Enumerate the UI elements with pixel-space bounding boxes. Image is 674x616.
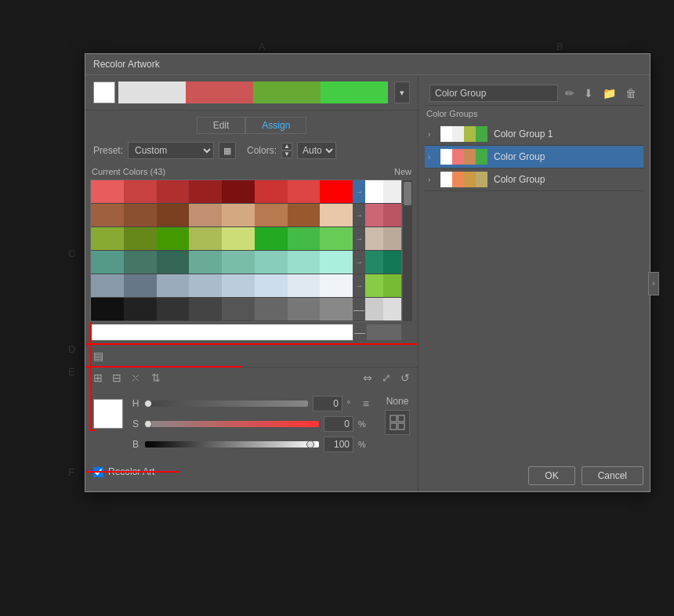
cg-item-3[interactable]: › Color Group (425, 168, 643, 191)
cg-header: ✏ ⬇ 📁 🗑 (425, 82, 643, 106)
none-label: None (386, 396, 409, 407)
spin-up[interactable]: ▲ (281, 143, 292, 150)
spin-down[interactable]: ▼ (281, 150, 292, 158)
color-seg (320, 274, 353, 297)
b-input[interactable] (324, 437, 353, 452)
color-seg (288, 204, 321, 226)
color-seg (91, 298, 124, 321)
color-row-left (91, 251, 353, 274)
hsb-menu-btn[interactable]: ≡ (363, 397, 369, 410)
color-row-left (91, 298, 353, 321)
cg-swatch (464, 149, 476, 165)
colors-list-wrapper: → (90, 179, 413, 322)
toolbar-e: E ⊞ ⊟ ⛌ ⇅ ⇔ ⤢ ↺ (85, 367, 418, 388)
h-input[interactable] (313, 396, 342, 411)
new-color-seg (365, 227, 383, 250)
cancel-button[interactable]: Cancel (582, 466, 643, 485)
tab-edit[interactable]: Edit (197, 117, 246, 134)
hsb-h-row: H ° ≡ (131, 396, 369, 411)
tab-assign[interactable]: Assign (245, 117, 306, 134)
hsb-controls: H ° ≡ S (131, 396, 369, 452)
red-line-d (85, 343, 418, 345)
color-seg (157, 204, 190, 226)
columns-btn[interactable]: ⊞ (90, 370, 106, 386)
arrow-icon: → (353, 258, 365, 266)
sort-btn[interactable]: ⇅ (148, 370, 164, 386)
hsb-swatch[interactable] (93, 399, 123, 429)
color-row-right (365, 298, 401, 321)
dialog-body: C ▾ Edit Assign (85, 75, 650, 491)
color-seg (288, 180, 321, 203)
new-color-seg (383, 251, 401, 274)
b-slider[interactable] (145, 441, 319, 448)
color-seg (91, 227, 124, 250)
preset-select[interactable]: Custom (128, 142, 214, 159)
color-seg (189, 180, 222, 203)
color-bar-dropdown[interactable]: ▾ (394, 82, 410, 103)
preset-icon-btn[interactable]: ▦ (219, 142, 236, 159)
svg-rect-1 (398, 415, 404, 422)
scrollbar[interactable] (402, 179, 413, 322)
none-grid-icon[interactable] (385, 410, 410, 435)
color-row[interactable]: → (91, 274, 401, 298)
ok-button[interactable]: OK (528, 466, 574, 485)
colors-section: Current Colors (43) New (85, 164, 418, 344)
colors-dropdown[interactable]: Auto (297, 142, 336, 159)
s-slider[interactable] (145, 421, 319, 427)
color-row[interactable]: — (91, 298, 401, 321)
color-seg (320, 227, 353, 250)
color-seg (124, 227, 157, 250)
top-color-bar: ▾ (85, 75, 418, 111)
h-label: H (131, 398, 140, 409)
toolbar-left-e: ⊞ ⊟ ⛌ ⇅ (90, 370, 164, 386)
color-seg (124, 180, 157, 203)
reset-btn[interactable]: ↺ (397, 370, 413, 386)
h-slider[interactable] (145, 400, 308, 407)
recolor-row: F Recolor Art (85, 460, 418, 484)
new-color-seg (383, 227, 401, 250)
color-seg (91, 180, 124, 203)
annotation-d: D (68, 343, 75, 355)
color-seg (320, 180, 353, 203)
cg-item-2[interactable]: › Color Group (425, 146, 643, 168)
table-icon-btn[interactable]: ▤ (90, 348, 107, 364)
save-icon-btn[interactable]: ⬇ (582, 85, 596, 101)
color-seg (157, 274, 190, 297)
collapse-btn[interactable]: ⤢ (379, 370, 394, 386)
s-unit: % (358, 419, 369, 429)
no-merge-btn[interactable]: ⛌ (128, 370, 145, 386)
folder-icon-btn[interactable]: 📁 (600, 85, 618, 101)
color-seg (157, 180, 190, 203)
colors-list: → (90, 179, 402, 322)
cg-item-1[interactable]: › Color Group 1 (425, 123, 643, 146)
pencil-icon-btn[interactable]: ✏ (563, 85, 577, 101)
color-seg (222, 274, 255, 297)
footer-buttons: OK Cancel (528, 466, 643, 485)
color-seg (91, 251, 124, 274)
color-row[interactable]: → (91, 251, 401, 274)
cg-swatch (464, 172, 476, 187)
new-color-seg (365, 251, 383, 274)
cg-name-1: Color Group 1 (491, 129, 640, 140)
expand-btn[interactable]: ⇔ (360, 370, 375, 386)
right-collapse-btn[interactable]: › (648, 272, 659, 295)
color-seg (222, 227, 255, 250)
s-input[interactable] (324, 416, 353, 432)
delete-icon-btn[interactable]: 🗑 (623, 85, 639, 101)
preset-label: Preset: (93, 145, 123, 156)
color-row[interactable]: → (91, 227, 401, 251)
color-seg (189, 227, 222, 250)
color-seg (255, 204, 288, 226)
color-row[interactable]: → (91, 180, 401, 204)
strip-seg-1 (118, 82, 186, 103)
right-panel: ✏ ⬇ 📁 🗑 Color Groups › (419, 75, 650, 491)
color-swatch-white (93, 82, 115, 103)
rows-btn[interactable]: ⊟ (109, 370, 125, 386)
color-group-input[interactable] (429, 85, 558, 102)
color-row-left (91, 274, 353, 297)
color-row[interactable]: → (91, 204, 401, 227)
cg-swatch (440, 172, 452, 187)
recolor-artwork-dialog: Recolor Artwork C ▾ (85, 53, 650, 492)
strip-seg-2 (186, 82, 253, 103)
strip-seg-4 (321, 82, 388, 103)
